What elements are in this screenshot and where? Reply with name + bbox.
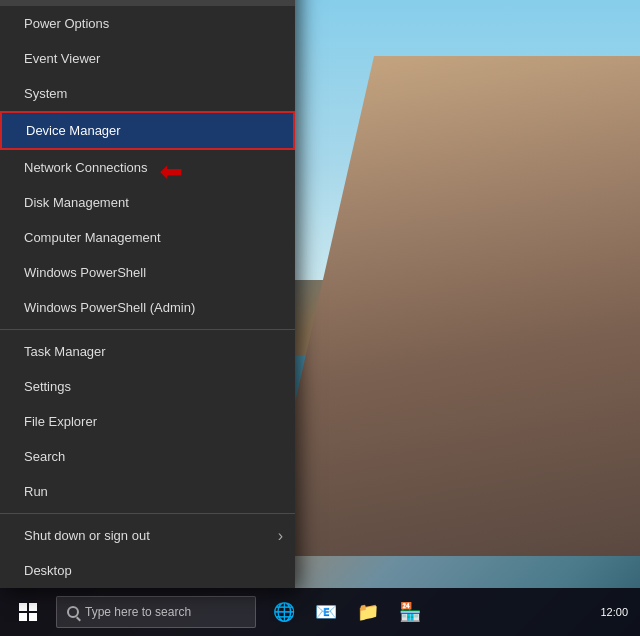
menu-item-network-connections[interactable]: Network Connections bbox=[0, 150, 295, 185]
taskbar-icon-explorer[interactable]: 📁 bbox=[348, 588, 388, 636]
menu-item-windows-powershell-admin[interactable]: Windows PowerShell (Admin) bbox=[0, 290, 295, 325]
menu-item-search[interactable]: Search bbox=[0, 439, 295, 474]
windows-logo-icon bbox=[19, 603, 37, 621]
menu-item-disk-management[interactable]: Disk Management bbox=[0, 185, 295, 220]
context-menu: Apps and FeaturesMobility CenterPower Op… bbox=[0, 0, 295, 588]
menu-item-run[interactable]: Run bbox=[0, 474, 295, 509]
taskbar-icon-mail[interactable]: 📧 bbox=[306, 588, 346, 636]
menu-item-event-viewer[interactable]: Event Viewer bbox=[0, 41, 295, 76]
taskbar-pinned-icons: 🌐 📧 📁 🏪 bbox=[264, 588, 430, 636]
taskbar-time: 12:00 bbox=[600, 606, 628, 618]
taskbar-icon-edge[interactable]: 🌐 bbox=[264, 588, 304, 636]
menu-separator-run bbox=[0, 513, 295, 514]
menu-item-computer-management[interactable]: Computer Management bbox=[0, 220, 295, 255]
start-button[interactable] bbox=[4, 588, 52, 636]
menu-item-windows-powershell[interactable]: Windows PowerShell bbox=[0, 255, 295, 290]
menu-item-shut-down-sign-out[interactable]: Shut down or sign out bbox=[0, 518, 295, 553]
taskbar-search[interactable]: Type here to search bbox=[56, 596, 256, 628]
menu-item-settings[interactable]: Settings bbox=[0, 369, 295, 404]
menu-item-file-explorer[interactable]: File Explorer bbox=[0, 404, 295, 439]
menu-item-system[interactable]: System bbox=[0, 76, 295, 111]
menu-separator-windows-powershell-admin bbox=[0, 329, 295, 330]
taskbar-icon-store[interactable]: 🏪 bbox=[390, 588, 430, 636]
taskbar-system-tray: 12:00 bbox=[600, 606, 636, 618]
menu-item-power-options[interactable]: Power Options bbox=[0, 6, 295, 41]
menu-item-task-manager[interactable]: Task Manager bbox=[0, 334, 295, 369]
search-icon bbox=[67, 606, 79, 618]
taskbar: Type here to search 🌐 📧 📁 🏪 12:00 bbox=[0, 588, 640, 636]
search-placeholder: Type here to search bbox=[85, 605, 191, 619]
menu-item-device-manager[interactable]: Device Manager bbox=[0, 111, 295, 150]
menu-item-desktop[interactable]: Desktop bbox=[0, 553, 295, 588]
